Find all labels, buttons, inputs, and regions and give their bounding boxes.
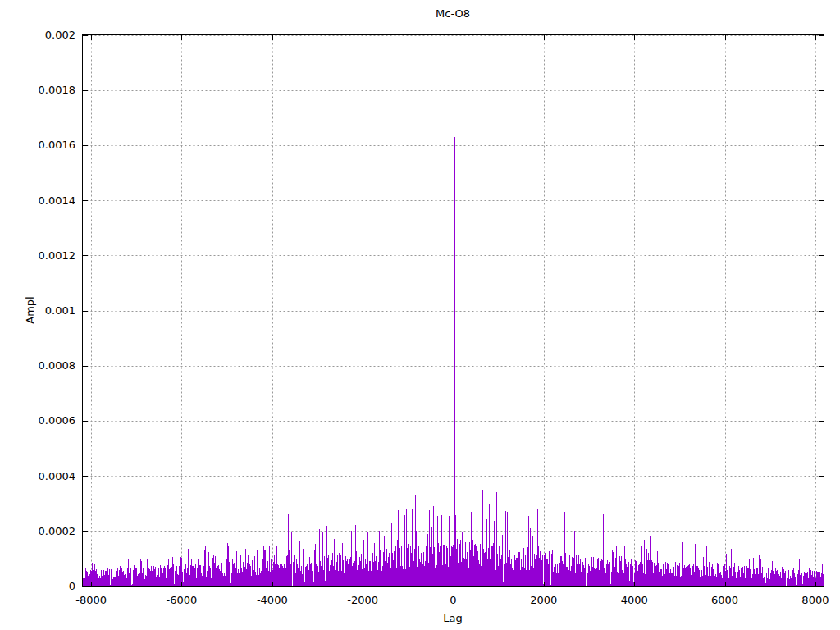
- x-axis-label: Lag: [443, 612, 462, 624]
- y-tick-label: 0.002: [45, 29, 75, 41]
- grid-lines: [83, 35, 824, 587]
- x-tick-label: 2000: [530, 594, 557, 606]
- x-tick-label: -6000: [167, 594, 198, 606]
- x-tick-label: 0: [450, 594, 456, 606]
- y-tick-label: 0.0012: [39, 249, 76, 262]
- correlation-plot-page: -8000-6000-4000-20000200040006000800000.…: [0, 0, 840, 630]
- y-axis-label: Ampl: [24, 296, 36, 323]
- y-tick-label: 0.0014: [39, 194, 76, 207]
- x-tick-label: 8000: [801, 594, 829, 606]
- x-tick-label: -2000: [347, 594, 378, 606]
- y-tick-label: 0.0016: [39, 139, 76, 151]
- chart-canvas: -8000-6000-4000-20000200040006000800000.…: [0, 0, 840, 630]
- y-tick-label: 0.0004: [39, 470, 76, 482]
- x-tick-label: 4000: [621, 594, 648, 606]
- y-tick-label: 0.0008: [39, 359, 76, 372]
- y-tick-label: 0.0018: [39, 84, 76, 96]
- y-tick-label: 0: [69, 580, 75, 592]
- x-tick-label: -8000: [75, 594, 107, 606]
- impulse-series: [83, 52, 824, 587]
- y-tick-label: 0.0006: [39, 414, 76, 427]
- x-tick-label: 6000: [711, 594, 738, 606]
- chart-title: Mc-O8: [436, 7, 470, 20]
- x-tick-label: -4000: [257, 594, 288, 606]
- y-tick-label: 0.0002: [39, 525, 76, 537]
- y-tick-label: 0.001: [45, 304, 75, 317]
